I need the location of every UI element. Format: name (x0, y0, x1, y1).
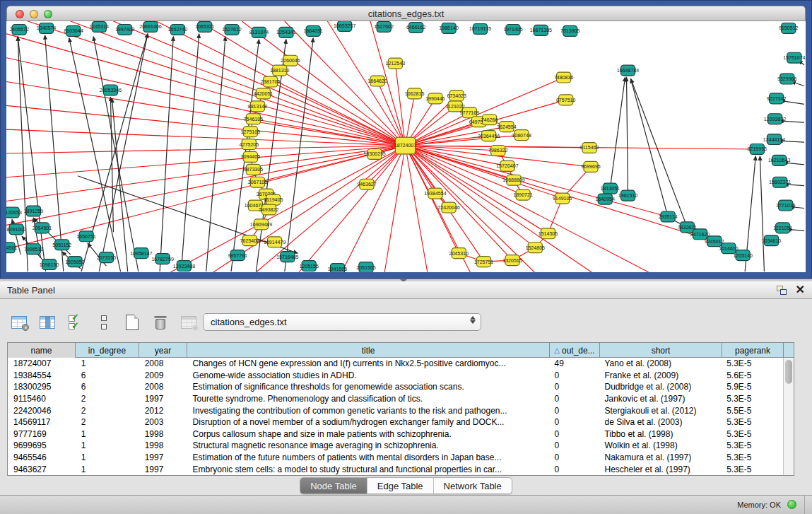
tab-network-table[interactable]: Network Table (434, 478, 512, 493)
column-header-out_de[interactable]: △out_de... (550, 343, 600, 358)
graph-node[interactable]: 1254341 (276, 27, 296, 37)
graph-node[interactable]: 9329966 (777, 74, 797, 84)
graph-node[interactable]: 16782759 (151, 254, 173, 264)
graph-edge[interactable] (6, 146, 405, 153)
graph-node[interactable]: 2260046 (281, 55, 300, 66)
column-header-year[interactable]: year (139, 343, 187, 358)
table-row[interactable]: 1830029562008Estimation of significance … (8, 381, 782, 393)
graph-edge[interactable] (627, 78, 628, 196)
graph-node[interactable]: 1971405 (503, 24, 523, 35)
graph-node[interactable]: 1275105 (241, 127, 261, 137)
graph-node[interactable]: 8215953 (748, 144, 767, 155)
graph-node[interactable]: 3624554 (497, 122, 517, 132)
graph-node[interactable]: 2381705 (261, 76, 281, 87)
graph-edge[interactable] (18, 37, 28, 271)
graph-node[interactable]: 20691406 (139, 21, 161, 32)
table-selector-dropdown[interactable]: citations_edges.txt (203, 313, 481, 331)
graph-node[interactable]: 1205140 (733, 250, 753, 261)
graph-node[interactable]: 16914479 (264, 237, 286, 247)
graph-edge[interactable] (610, 78, 625, 189)
graph-node[interactable]: 1890721 (513, 189, 533, 200)
graph-node[interactable]: 8131074 (249, 27, 269, 37)
graph-node[interactable]: 2120653 (6, 207, 22, 218)
graph-node[interactable]: 3067105 (248, 177, 268, 187)
graph-node[interactable]: 9227342 (767, 93, 787, 104)
graph-node[interactable]: 10719135 (469, 23, 491, 34)
new-column-button[interactable] (123, 313, 141, 332)
graph-node[interactable]: 15720407 (496, 160, 518, 171)
graph-node[interactable]: 1524805 (526, 243, 546, 253)
table-row[interactable]: 946362711997Embryonic stem cells: a mode… (8, 463, 782, 475)
network-window-titlebar[interactable]: citations_edges.txt (6, 6, 806, 21)
column-header-title[interactable]: title (187, 343, 550, 358)
graph-node[interactable]: 1245314 (90, 21, 110, 32)
graph-node[interactable]: 1098150 (40, 259, 59, 270)
table-row[interactable]: 946554611997Estimation of the future num… (8, 452, 782, 464)
tab-node-table[interactable]: Node Table (300, 478, 367, 493)
graph-edge[interactable] (6, 146, 405, 201)
table-row[interactable]: 1456911722003Disruption of a novel membe… (8, 416, 782, 428)
graph-node[interactable]: 1320515 (502, 255, 522, 266)
graph-edge[interactable] (6, 58, 405, 146)
graph-node[interactable]: 12923488 (173, 261, 195, 271)
graph-node[interactable]: 16909489 (250, 219, 272, 230)
graph-edge[interactable] (93, 37, 139, 271)
graph-node[interactable]: 1212543 (386, 58, 406, 69)
graph-edge[interactable] (181, 34, 199, 271)
graph-edge[interactable] (45, 35, 64, 271)
graph-edge[interactable] (71, 21, 406, 146)
network-canvas[interactable]: 2405572134057481030441245314199740320691… (6, 21, 806, 272)
column-header-pagerank[interactable]: pagerank (722, 343, 784, 358)
delete-column-button[interactable] (151, 313, 170, 332)
graph-node[interactable]: 1664620 (367, 76, 387, 86)
graph-node[interactable]: 1771015 (776, 200, 796, 211)
table-row[interactable]: 977716911998Corpus callosum shape and si… (8, 428, 782, 440)
graph-node[interactable]: 9149105 (553, 193, 572, 204)
row-mode-button[interactable] (95, 313, 113, 332)
graph-node[interactable]: 1527602 (374, 21, 394, 32)
graph-node[interactable]: 9857791 (228, 250, 247, 261)
graph-edge[interactable] (18, 37, 45, 271)
float-panel-icon[interactable] (777, 286, 787, 295)
select-column-button[interactable] (38, 313, 57, 332)
graph-node[interactable]: 2114501 (6, 243, 18, 253)
column-header-name[interactable]: name (8, 343, 76, 358)
delete-table-button[interactable]: x (180, 313, 198, 332)
graph-node[interactable]: 1065321 (195, 21, 215, 32)
graph-node[interactable]: 1505650 (65, 257, 85, 267)
graph-node[interactable]: 8103044 (64, 25, 83, 36)
graph-node[interactable]: 1034610 (762, 235, 782, 246)
graph-node[interactable]: 1725751 (474, 257, 494, 267)
graph-node[interactable]: 16210643 (768, 155, 790, 165)
table-row[interactable]: 1938455462009Genome-wide association stu… (8, 370, 782, 382)
graph-edge[interactable] (384, 146, 405, 272)
column-header-in_degree[interactable]: in_degree (76, 343, 139, 358)
graph-node[interactable]: 1997403 (115, 24, 135, 35)
graph-node[interactable]: 7906511 (24, 244, 43, 255)
table-row[interactable]: 911546021997Tourette syndrome. Phenomeno… (8, 393, 782, 405)
graph-node[interactable]: 5493822 (259, 204, 279, 215)
graph-node[interactable]: 4420051 (254, 88, 273, 99)
graph-node[interactable]: 12444154 (763, 134, 785, 145)
graph-node[interactable]: 9463627 (357, 179, 377, 189)
graph-edge[interactable] (405, 146, 427, 272)
graph-node[interactable]: 8757510 (556, 95, 576, 105)
graph-nodes-layer[interactable]: 2405572134057481030441245314199740320691… (6, 21, 806, 272)
graph-node[interactable]: 1640954 (596, 194, 616, 204)
graph-node-hub[interactable]: 18724007 (394, 137, 416, 154)
graph-node[interactable]: 7625402 (240, 235, 260, 246)
graph-node[interactable]: 1205155 (299, 261, 319, 271)
graph-node[interactable]: 5051152 (52, 240, 71, 250)
graph-node[interactable]: 1891259 (24, 206, 44, 216)
graph-node[interactable]: 3094405 (241, 151, 261, 162)
graph-node[interactable]: 9699695 (581, 161, 601, 172)
graph-node[interactable]: 1813051 (601, 183, 620, 194)
vertical-scrollbar[interactable] (783, 358, 794, 475)
graph-node[interactable]: 1664031 (303, 25, 323, 36)
graph-node[interactable]: 8491002 (6, 224, 26, 235)
graph-node[interactable]: 15716485 (276, 252, 298, 262)
graph-node[interactable]: 7513805 (560, 25, 580, 36)
graph-node[interactable]: 10958147 (130, 248, 152, 259)
table-row[interactable]: 2242004622012Investigating the contribut… (8, 404, 782, 416)
graph-node[interactable]: 746266 (481, 115, 498, 125)
